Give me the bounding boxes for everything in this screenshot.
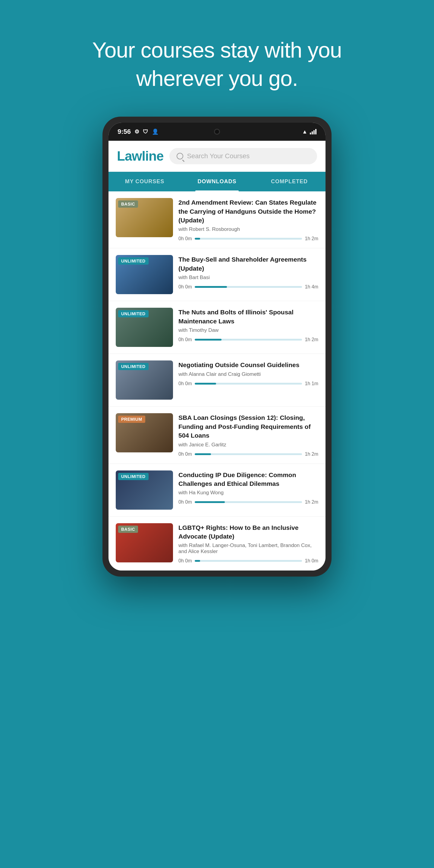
progress-end: 1h 2m — [305, 337, 318, 342]
progress-start: 0h 0m — [179, 236, 192, 241]
gear-icon: ⚙ — [134, 128, 139, 135]
progress-bar — [195, 339, 302, 341]
app-logo: Lawline — [117, 149, 163, 164]
course-title: LGBTQ+ Rights: How to Be an Inclusive Ad… — [179, 523, 318, 541]
course-title: Negotiating Outside Counsel Guidelines — [179, 361, 318, 369]
course-author: with Alanna Clair and Craig Giometti — [179, 371, 318, 377]
progress-bar — [195, 560, 302, 562]
course-title: Conducting IP Due Diligence: Common Chal… — [179, 470, 318, 488]
course-thumbnail: BASIC — [116, 523, 173, 562]
progress-start: 0h 0m — [179, 381, 192, 386]
progress-fill — [195, 560, 200, 562]
tabs-bar: MY COURSES DOWNLOADS COMPLETED — [108, 172, 326, 191]
list-item[interactable]: PREMIUM SBA Loan Closings (Session 12): … — [108, 407, 326, 464]
progress-bar — [195, 238, 302, 240]
list-item[interactable]: BASIC LGBTQ+ Rights: How to Be an Inclus… — [108, 517, 326, 571]
progress-end: 1h 2m — [305, 499, 318, 505]
course-title: The Nuts and Bolts of Illinois' Spousal … — [179, 308, 318, 326]
course-badge: BASIC — [118, 526, 138, 533]
search-icon — [177, 153, 183, 159]
progress-end: 1h 4m — [305, 284, 318, 290]
course-badge: UNLIMITED — [118, 363, 149, 370]
course-title: 2nd Amendment Review: Can States Regulat… — [179, 198, 318, 224]
list-item[interactable]: BASIC 2nd Amendment Review: Can States R… — [108, 191, 326, 248]
progress-end: 1h 2m — [305, 452, 318, 457]
course-badge: BASIC — [118, 200, 138, 208]
search-placeholder: Search Your Courses — [187, 152, 250, 160]
progress-end: 1h 1m — [305, 381, 318, 386]
phone-wrapper: 9:56 ⚙ 🛡 👤 ▲ — [0, 117, 434, 607]
progress-fill — [195, 286, 227, 288]
progress-fill — [195, 501, 224, 503]
course-info: Conducting IP Due Diligence: Common Chal… — [179, 470, 318, 505]
wifi-icon: ▲ — [302, 129, 307, 135]
list-item[interactable]: UNLIMITED The Nuts and Bolts of Illinois… — [108, 301, 326, 354]
course-info: SBA Loan Closings (Session 12): Closing,… — [179, 413, 318, 457]
course-thumbnail: UNLIMITED — [116, 308, 173, 347]
course-badge: UNLIMITED — [118, 473, 149, 480]
phone-screen: 9:56 ⚙ 🛡 👤 ▲ — [108, 123, 326, 570]
progress-fill — [195, 238, 200, 240]
course-info: 2nd Amendment Review: Can States Regulat… — [179, 198, 318, 241]
signal-bars — [310, 129, 316, 134]
camera-notch — [214, 129, 220, 135]
search-bar[interactable]: Search Your Courses — [169, 148, 317, 164]
phone-frame: 9:56 ⚙ 🛡 👤 ▲ — [102, 117, 332, 577]
logo-text: Lawl — [117, 149, 145, 163]
status-bar: 9:56 ⚙ 🛡 👤 ▲ — [108, 123, 326, 141]
progress-row: 0h 0m 1h 2m — [179, 499, 318, 505]
tab-my-courses[interactable]: MY COURSES — [108, 172, 181, 191]
progress-start: 0h 0m — [179, 558, 192, 564]
course-badge: UNLIMITED — [118, 310, 149, 317]
course-badge: PREMIUM — [118, 415, 145, 423]
course-list: BASIC 2nd Amendment Review: Can States R… — [108, 191, 326, 570]
progress-start: 0h 0m — [179, 452, 192, 457]
progress-end: 1h 0m — [305, 558, 318, 564]
course-author: with Timothy Daw — [179, 327, 318, 333]
list-item[interactable]: UNLIMITED Conducting IP Due Diligence: C… — [108, 464, 326, 517]
progress-fill — [195, 453, 211, 455]
progress-fill — [195, 339, 221, 341]
course-author: with Rafael M. Langer-Osuna, Toni Lamber… — [179, 542, 318, 555]
progress-bar — [195, 453, 302, 455]
course-title: The Buy-Sell and Shareholder Agreements … — [179, 255, 318, 273]
shield-icon: 🛡 — [143, 129, 148, 135]
progress-fill — [195, 383, 216, 384]
course-title: SBA Loan Closings (Session 12): Closing,… — [179, 413, 318, 440]
course-author: with Ha Kung Wong — [179, 490, 318, 496]
progress-start: 0h 0m — [179, 284, 192, 290]
list-item[interactable]: UNLIMITED Negotiating Outside Counsel Gu… — [108, 354, 326, 407]
course-thumbnail: UNLIMITED — [116, 255, 173, 294]
course-badge: UNLIMITED — [118, 257, 149, 265]
course-info: The Nuts and Bolts of Illinois' Spousal … — [179, 308, 318, 342]
person-icon: 👤 — [152, 128, 158, 135]
course-thumbnail: UNLIMITED — [116, 470, 173, 510]
progress-row: 0h 0m 1h 2m — [179, 452, 318, 457]
course-info: The Buy-Sell and Shareholder Agreements … — [179, 255, 318, 290]
clock: 9:56 — [118, 128, 131, 135]
status-bar-right: ▲ — [302, 129, 316, 135]
status-bar-left: 9:56 ⚙ 🛡 👤 — [118, 128, 158, 135]
course-author: with Bart Basi — [179, 275, 318, 281]
course-thumbnail: PREMIUM — [116, 413, 173, 453]
course-thumbnail: BASIC — [116, 198, 173, 237]
progress-row: 0h 0m 1h 1m — [179, 381, 318, 386]
course-info: LGBTQ+ Rights: How to Be an Inclusive Ad… — [179, 523, 318, 564]
course-author: with Janice E. Garlitz — [179, 442, 318, 448]
progress-row: 0h 0m 1h 4m — [179, 284, 318, 290]
progress-row: 0h 0m 1h 2m — [179, 337, 318, 342]
progress-bar — [195, 286, 302, 288]
progress-start: 0h 0m — [179, 337, 192, 342]
tab-completed[interactable]: COMPLETED — [253, 172, 326, 191]
progress-end: 1h 2m — [305, 236, 318, 241]
progress-start: 0h 0m — [179, 499, 192, 505]
list-item[interactable]: UNLIMITED The Buy-Sell and Shareholder A… — [108, 248, 326, 301]
course-info: Negotiating Outside Counsel Guidelines w… — [179, 361, 318, 386]
tab-downloads[interactable]: DOWNLOADS — [181, 172, 253, 191]
hero-tagline: Your courses stay with you wherever you … — [0, 0, 434, 117]
course-author: with Robert S. Rosborough — [179, 226, 318, 232]
progress-bar — [195, 501, 302, 503]
progress-row: 0h 0m 1h 2m — [179, 236, 318, 241]
progress-bar — [195, 383, 302, 384]
progress-row: 0h 0m 1h 0m — [179, 558, 318, 564]
